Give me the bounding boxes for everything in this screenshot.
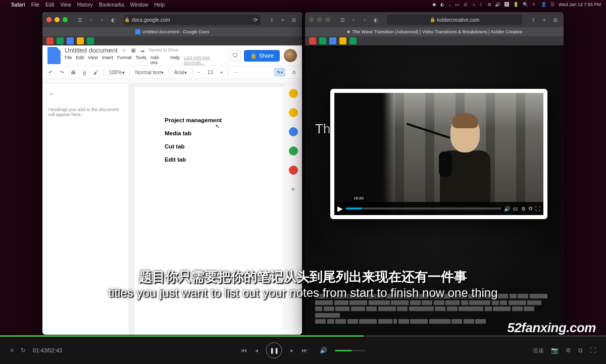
undo-icon[interactable]: ↶ <box>46 69 55 76</box>
menubar-app[interactable]: Safari <box>11 2 25 8</box>
sidebar-toggle-icon[interactable]: ☰ <box>76 16 84 24</box>
redo-icon[interactable]: ↷ <box>58 69 66 76</box>
bookmark-icon[interactable] <box>46 37 54 44</box>
bookmark-icon[interactable] <box>77 37 84 44</box>
style-select[interactable]: Normal text ▾ <box>133 69 166 76</box>
back-button[interactable]: ‹ <box>349 16 358 24</box>
keep-icon[interactable] <box>289 108 298 117</box>
maps-icon[interactable] <box>289 166 298 175</box>
menu-bookmarks[interactable]: Bookmarks <box>99 2 124 8</box>
browser-tab[interactable]: ★ The Wave Transition (Advanced) | Video… <box>305 27 564 36</box>
step-fwd-icon[interactable]: ▸ <box>290 347 293 354</box>
bookmark-icon[interactable] <box>87 37 94 44</box>
docs-menu-edit[interactable]: Edit <box>76 55 84 65</box>
sidebar-toggle-icon[interactable]: ☰ <box>338 16 346 24</box>
document-page[interactable]: Project management ↖ Media tab Cut tab E… <box>134 87 284 335</box>
menu-help[interactable]: Help <box>154 2 165 8</box>
fullscreen-icon[interactable]: ⛶ <box>590 347 596 354</box>
menubar-datetime[interactable]: Wed Jan 12 7:55 PM <box>559 2 601 7</box>
settings-icon[interactable]: ⚙ <box>566 347 571 354</box>
volume-icon[interactable]: 🔊 <box>320 347 327 354</box>
font-select[interactable]: Arial ▾ <box>172 69 189 76</box>
docs-menu-help[interactable]: Help <box>170 55 180 65</box>
volume-slider[interactable] <box>335 350 366 351</box>
contacts-icon[interactable] <box>289 146 298 155</box>
forward-button[interactable]: › <box>361 16 369 24</box>
share-icon[interactable]: ⇪ <box>268 16 276 24</box>
avatar[interactable] <box>284 49 297 62</box>
paint-format-icon[interactable]: 🖌 <box>91 69 100 76</box>
bookmark-icon[interactable] <box>349 37 357 44</box>
video-player[interactable]: 18:20 ▶ 🔊 cc ⚙ ⧉ ⛶ <box>334 93 543 215</box>
bookmark-icon[interactable] <box>309 37 316 44</box>
forward-button[interactable]: › <box>98 16 106 24</box>
share-icon[interactable]: ⇪ <box>529 16 537 24</box>
calendar-icon[interactable] <box>289 89 298 98</box>
font-size[interactable]: 13 <box>206 69 215 76</box>
tasks-icon[interactable] <box>289 127 298 136</box>
close-icon[interactable] <box>46 17 52 22</box>
loop-icon[interactable]: ↻ <box>21 347 26 354</box>
docs-menu-addons[interactable]: Add-ons <box>150 55 166 65</box>
maximize-icon[interactable] <box>325 17 330 22</box>
video-progress[interactable] <box>346 207 501 210</box>
screenshot-icon[interactable]: 📷 <box>551 347 559 354</box>
reader-icon[interactable]: ◐ <box>372 16 380 24</box>
docs-logo-icon[interactable] <box>47 47 61 64</box>
print-icon[interactable]: 🖶 <box>69 69 78 76</box>
font-size-dec[interactable]: − <box>195 69 203 76</box>
back-button[interactable]: ‹ <box>87 16 95 24</box>
bookmark-icon[interactable] <box>329 37 336 44</box>
docs-menu-view[interactable]: View <box>88 55 97 65</box>
tabs-overview-icon[interactable]: ⊞ <box>551 16 560 24</box>
cc-icon[interactable]: cc <box>513 206 518 212</box>
outline-back-icon[interactable]: ← <box>48 90 122 98</box>
pause-button[interactable]: ❚❚ <box>266 342 282 358</box>
pip-icon[interactable]: ⧉ <box>578 347 583 354</box>
last-edit-link[interactable]: Last edit was seconds... <box>184 55 230 65</box>
minimize-icon[interactable] <box>317 17 322 22</box>
pip-icon[interactable]: ⧉ <box>529 205 532 212</box>
close-icon[interactable] <box>309 17 314 22</box>
more-icon[interactable]: ⋯ <box>232 69 241 76</box>
fullscreen-icon[interactable]: ⛶ <box>535 206 540 212</box>
playlist-icon[interactable]: ≡ <box>10 347 14 354</box>
docs-menu-format[interactable]: Format <box>117 55 132 65</box>
reload-icon[interactable]: ⟳ <box>254 17 258 23</box>
menu-file[interactable]: File <box>31 2 39 8</box>
editing-mode-button[interactable]: ✎▾ <box>274 68 285 77</box>
prev-track-icon[interactable]: ⏮ <box>241 347 247 354</box>
document-title[interactable]: Untitled document <box>65 46 118 54</box>
doc-line[interactable]: Cut tab <box>165 143 254 149</box>
maximize-icon[interactable] <box>63 17 68 22</box>
move-icon[interactable]: ▣ <box>131 47 136 54</box>
star-icon[interactable]: ☆ <box>122 47 127 54</box>
settings-icon[interactable]: ⚙ <box>521 206 526 212</box>
reader-icon[interactable]: ◐ <box>109 16 117 24</box>
bookmark-icon[interactable] <box>319 37 326 44</box>
tabs-overview-icon[interactable]: ⊞ <box>290 16 298 24</box>
comments-icon[interactable]: 🗨 <box>230 50 241 61</box>
docs-menu-insert[interactable]: Insert <box>102 55 113 65</box>
new-tab-icon[interactable]: + <box>540 16 548 24</box>
menu-edit[interactable]: Edit <box>45 2 54 8</box>
doc-line[interactable]: Media tab <box>165 130 254 136</box>
docs-menu-tools[interactable]: Tools <box>135 55 146 65</box>
font-size-inc[interactable]: + <box>218 69 225 76</box>
menu-history[interactable]: History <box>77 2 93 8</box>
progress-track[interactable] <box>0 335 606 337</box>
spellcheck-icon[interactable]: A̲ <box>81 69 88 76</box>
bookmark-icon[interactable] <box>339 37 346 44</box>
docs-menu-file[interactable]: File <box>65 55 72 65</box>
next-track-icon[interactable]: ⏭ <box>301 347 308 354</box>
play-icon[interactable]: ▶ <box>337 204 343 213</box>
collapse-icon[interactable]: ᐱ <box>290 69 298 76</box>
doc-line[interactable]: Edit tab <box>165 157 254 163</box>
speed-button[interactable]: 倍速 <box>533 347 544 354</box>
zoom-select[interactable]: 100% ▾ <box>107 69 127 76</box>
new-tab-icon[interactable]: + <box>279 16 287 24</box>
bookmark-icon[interactable] <box>67 37 74 44</box>
address-bar[interactable]: 🔒 koldercreative.com <box>387 15 522 25</box>
address-bar[interactable]: 🔒 docs.google.com ⟳ <box>124 15 261 25</box>
menu-view[interactable]: View <box>60 2 71 8</box>
